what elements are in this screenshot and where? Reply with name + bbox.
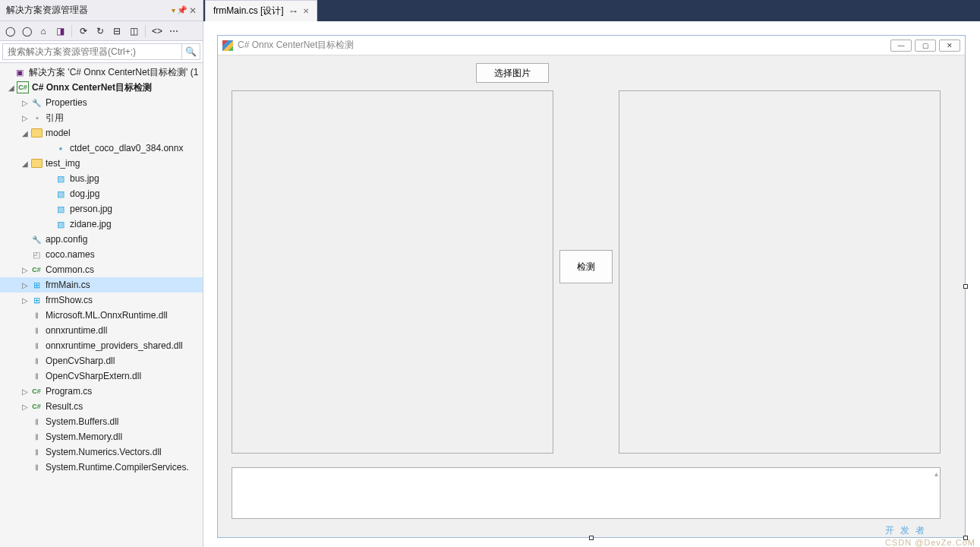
resize-handle-right[interactable]: [963, 284, 968, 289]
pin-icon[interactable]: 📌: [177, 5, 187, 15]
tree-node-file[interactable]: System.Runtime.CompilerServices.: [0, 460, 203, 475]
tab-close-icon[interactable]: ✕: [303, 7, 309, 15]
dll-icon: [30, 446, 43, 458]
scroll-up-icon[interactable]: ▴: [934, 470, 938, 478]
magnifier-icon: 🔍: [185, 46, 197, 57]
tree-node-file[interactable]: ▷frmShow.cs: [0, 292, 203, 308]
references-icon: [30, 112, 43, 124]
dll-icon: [30, 416, 43, 428]
tree-node-image[interactable]: dog.jpg: [0, 186, 203, 201]
image-icon: [55, 172, 67, 185]
form-app-icon: [222, 40, 233, 51]
picturebox-left[interactable]: [232, 90, 553, 454]
image-icon: [55, 188, 67, 200]
solution-icon: [14, 66, 26, 78]
tab-label: frmMain.cs [设计]: [213, 5, 284, 17]
dll-icon: [30, 431, 43, 443]
panel-title: 解决方案资源管理器: [6, 4, 169, 17]
form-icon: [30, 279, 43, 291]
tree-node-file[interactable]: ▷Program.cs: [0, 384, 203, 399]
tree-node-testimg[interactable]: ◢ test_img: [0, 156, 203, 171]
tree-node-image[interactable]: bus.jpg: [0, 171, 203, 186]
tab-frmmain-design[interactable]: frmMain.cs [设计] ⊶ ✕: [205, 0, 317, 21]
tree-node-file[interactable]: ▷Common.cs: [0, 262, 203, 277]
folder-icon: [30, 157, 43, 169]
back-icon[interactable]: ◯: [3, 24, 17, 38]
dll-icon: [30, 309, 43, 321]
tree-node-file[interactable]: ▷frmMain.cs: [0, 277, 203, 292]
form-client-area[interactable]: 选择图片 检测 ▴: [218, 55, 965, 537]
solution-toolbar: ◯ ◯ ⌂ ◨ ⟳ ↻ ⊟ ◫ <> ⋯: [0, 21, 203, 41]
tree-node-image[interactable]: person.jpg: [0, 201, 203, 217]
tree-node-file[interactable]: System.Buffers.dll: [0, 414, 203, 429]
document-area: frmMain.cs [设计] ⊶ ✕ C# Onnx CenterNet目标检…: [203, 0, 980, 547]
properties-icon[interactable]: <>: [150, 24, 164, 38]
cs-icon: [30, 385, 43, 397]
maximize-button[interactable]: ▢: [915, 40, 936, 52]
cs-icon: [30, 400, 43, 413]
tree-node-references[interactable]: ▷ 引用: [0, 110, 203, 125]
form-title-bar: C# Onnx CenterNet目标检测 — ▢ ✕: [218, 36, 965, 55]
tree-node-file[interactable]: app.config: [0, 232, 203, 247]
csproj-icon: [17, 81, 29, 93]
search-button[interactable]: 🔍: [182, 43, 200, 60]
tree-node-onnx[interactable]: ctdet_coco_dlav0_384.onnx: [0, 141, 203, 156]
tree-node-file[interactable]: Microsoft.ML.OnnxRuntime.dll: [0, 308, 203, 323]
resize-handle-corner[interactable]: [963, 536, 968, 540]
dll-icon: [30, 324, 43, 337]
picturebox-right[interactable]: [619, 90, 941, 454]
folder-icon: [30, 127, 43, 139]
tree-node-file[interactable]: System.Memory.dll: [0, 429, 203, 444]
search-input[interactable]: [2, 43, 182, 60]
tree-node-file[interactable]: System.Numerics.Vectors.dll: [0, 444, 203, 460]
panel-header: 解决方案资源管理器 ▾ 📌 ✕: [0, 0, 203, 21]
show-all-icon[interactable]: ◫: [127, 24, 140, 38]
collapse-icon[interactable]: ⊟: [110, 24, 124, 38]
dll-icon: [30, 461, 43, 473]
wrench-icon: [30, 96, 43, 109]
tree-node-file[interactable]: onnxruntime.dll: [0, 323, 203, 338]
sync-icon[interactable]: ↻: [93, 24, 107, 38]
tree-node-properties[interactable]: ▷ Properties: [0, 95, 203, 110]
solution-tree[interactable]: 解决方案 'C# Onnx CenterNet目标检测' (1 ◢ C# Onn…: [0, 63, 203, 547]
cs-icon: [30, 264, 43, 276]
tree-node-image[interactable]: zidane.jpg: [0, 217, 203, 232]
form-icon: [30, 294, 43, 306]
search-row: 🔍: [0, 41, 203, 63]
forward-icon[interactable]: ◯: [20, 24, 33, 38]
dll-icon: [30, 355, 43, 367]
detect-button[interactable]: 检测: [559, 250, 613, 283]
close-icon[interactable]: ✕: [189, 5, 197, 16]
form-title: C# Onnx CenterNet目标检测: [238, 39, 890, 52]
output-textbox[interactable]: ▴: [232, 467, 941, 519]
more-icon[interactable]: ⋯: [167, 24, 181, 38]
solution-node[interactable]: 解决方案 'C# Onnx CenterNet目标检测' (1: [0, 65, 203, 80]
design-surface[interactable]: C# Onnx CenterNet目标检测 — ▢ ✕ 选择图片 检测 ▴: [203, 21, 980, 547]
switch-view-icon[interactable]: ◨: [53, 24, 67, 38]
image-icon: [55, 203, 67, 215]
onnx-icon: [55, 142, 67, 154]
image-icon: [55, 218, 67, 230]
tab-pin-icon[interactable]: ⊶: [290, 8, 297, 15]
minimize-button[interactable]: —: [890, 40, 912, 52]
wrench-icon: [30, 233, 43, 245]
panel-options-icon[interactable]: ▾: [172, 6, 175, 14]
solution-explorer: 解决方案资源管理器 ▾ 📌 ✕ ◯ ◯ ⌂ ◨ ⟳ ↻ ⊟ ◫ <> ⋯ 🔍: [0, 0, 203, 547]
select-image-button[interactable]: 选择图片: [476, 63, 549, 83]
tree-node-file[interactable]: OpenCvSharp.dll: [0, 353, 203, 368]
tree-node-file[interactable]: coco.names: [0, 247, 203, 262]
tree-node-file[interactable]: OpenCvSharpExtern.dll: [0, 368, 203, 384]
close-button[interactable]: ✕: [939, 40, 960, 52]
form-designer[interactable]: C# Onnx CenterNet目标检测 — ▢ ✕ 选择图片 检测 ▴: [217, 35, 966, 538]
document-tabs: frmMain.cs [设计] ⊶ ✕: [203, 0, 980, 21]
refresh-icon[interactable]: ⟳: [77, 24, 90, 38]
project-node[interactable]: ◢ C# Onnx CenterNet目标检测: [0, 80, 203, 95]
dll-icon: [30, 370, 43, 382]
tree-node-file[interactable]: onnxruntime_providers_shared.dll: [0, 338, 203, 353]
resize-handle-bottom[interactable]: [589, 536, 594, 540]
tree-node-model[interactable]: ◢ model: [0, 125, 203, 141]
dll-icon: [30, 340, 43, 352]
tree-node-file[interactable]: ▷Result.cs: [0, 399, 203, 414]
file-icon: [30, 248, 43, 261]
home-icon[interactable]: ⌂: [36, 24, 50, 38]
